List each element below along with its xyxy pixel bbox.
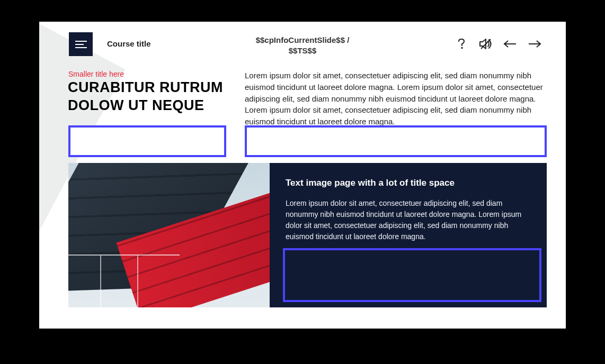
next-button[interactable] — [526, 38, 544, 52]
speaker-muted-icon — [479, 38, 493, 52]
body-paragraph: Lorem ipsum dolor sit amet, consectetuer… — [245, 70, 548, 128]
prev-button[interactable] — [501, 38, 519, 52]
arrow-left-icon — [503, 40, 517, 50]
placeholder-box-left[interactable] — [68, 125, 226, 157]
header-bar: Course title $$cpInfoCurrentSlide$$ / $$… — [39, 22, 566, 59]
small-title: Smaller title here — [68, 70, 124, 78]
card-text: Lorem ipsum dolor sit amet, consectetuer… — [286, 198, 531, 242]
card-title: Text image page with a lot of title spac… — [286, 178, 531, 188]
placeholder-box-right[interactable] — [245, 125, 547, 157]
frame-shadow — [39, 329, 566, 343]
placeholder-box-card[interactable] — [283, 248, 541, 302]
svg-rect-3 — [461, 47, 463, 49]
mute-button[interactable] — [477, 38, 495, 52]
page-title: CURABITUR RUTRUM DOLOW UT NEQUE — [68, 79, 248, 115]
help-icon — [457, 38, 466, 52]
help-button[interactable] — [452, 38, 470, 52]
content-image — [68, 163, 270, 307]
slide-frame: Course title $$cpInfoCurrentSlide$$ / $$… — [39, 22, 566, 329]
arrow-right-icon — [528, 40, 541, 50]
